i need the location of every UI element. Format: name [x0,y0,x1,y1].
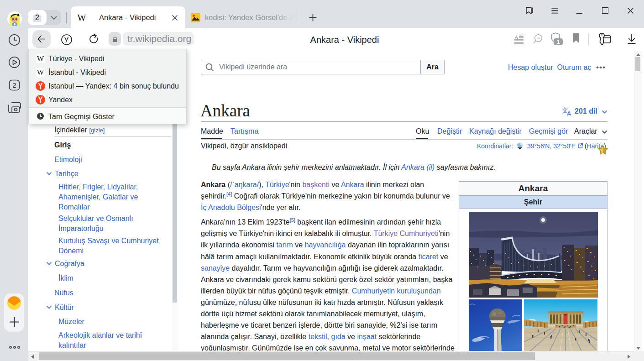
svg-text:1: 1 [557,39,560,45]
svg-text:W: W [78,13,86,22]
svg-text:A: A [514,34,518,41]
svg-text:2: 2 [35,14,39,21]
svg-text:2: 2 [12,82,16,89]
svg-text:A: A [567,110,571,116]
